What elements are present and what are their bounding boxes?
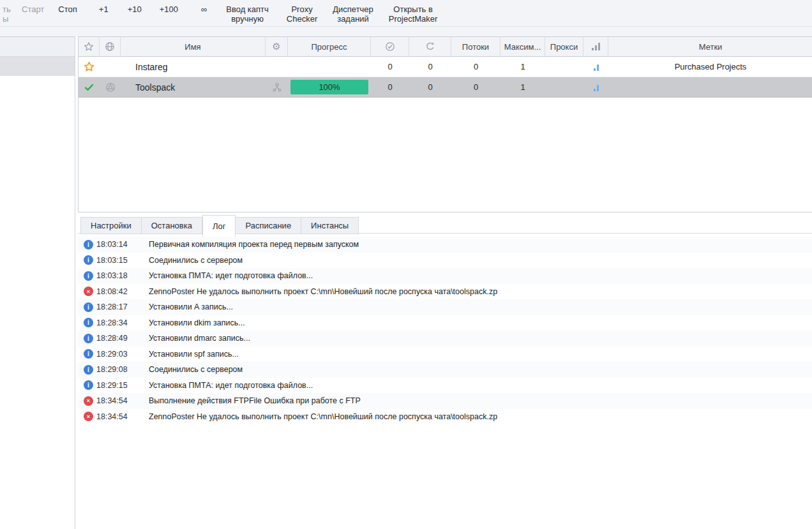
star-orange-icon — [84, 61, 94, 72]
cell-settings — [266, 57, 288, 77]
cell-proxy — [545, 57, 583, 77]
column-header-stats[interactable] — [583, 37, 608, 56]
log-message: Установка ПМТА: идет подготовка файлов..… — [149, 381, 313, 390]
group-list-header[interactable] — [0, 37, 75, 57]
log-panel: i18:03:14Первичная компиляция проекта пе… — [78, 237, 812, 529]
log-time: 18:08:42 — [96, 287, 149, 296]
info-icon: i — [84, 365, 93, 375]
log-row[interactable]: i18:03:14Первичная компиляция проекта пе… — [78, 237, 812, 253]
cell-favorite — [79, 77, 100, 97]
log-row[interactable]: ×18:34:54ZennoPoster Не удалось выполнит… — [78, 409, 812, 425]
tabs-container: НастройкиОстановкаЛогРасписаниеИнстансы — [80, 215, 359, 237]
log-time: 18:03:15 — [96, 256, 149, 265]
column-header-label: Потоки — [462, 42, 489, 52]
log-row[interactable]: i18:29:15Установка ПМТА: идет подготовка… — [78, 378, 812, 394]
log-row[interactable]: i18:03:18Установка ПМТА: идет подготовка… — [78, 268, 812, 284]
project-row-toolspack[interactable]: Toolspack100%0001 — [79, 77, 812, 98]
refresh-icon — [425, 41, 435, 52]
column-header-name[interactable]: Имя — [121, 37, 266, 56]
column-header-labels[interactable]: Метки — [608, 37, 812, 56]
column-header-progress[interactable]: Прогресс — [288, 37, 371, 56]
cell-proxy — [545, 77, 583, 97]
log-row[interactable]: ×18:34:54Выполнение действия FTPFile Оши… — [78, 393, 812, 409]
cell-type — [100, 57, 121, 77]
log-time: 18:28:17 — [96, 302, 149, 311]
tab-инстансы[interactable]: Инстансы — [301, 217, 359, 234]
toolbar-clipped-left-button[interactable]: тьы — [0, 3, 11, 25]
column-header-settings[interactable]: ⚙ — [266, 37, 288, 56]
cell-max: 1 — [500, 77, 545, 97]
toolbar-open-in-projectmaker-button[interactable]: Открыть вProjectMaker — [386, 3, 440, 25]
gear-icon: ⚙ — [272, 41, 280, 52]
bottom-tabstrip: НастройкиОстановкаЛогРасписаниеИнстансы — [78, 214, 812, 235]
column-header-max[interactable]: Максим... — [500, 37, 545, 56]
projects-table-header: Имя⚙ПрогрессПотокиМаксим...ПроксиМетки — [79, 37, 812, 57]
tab-расписание[interactable]: Расписание — [236, 217, 301, 234]
tab-остановка[interactable]: Остановка — [142, 217, 202, 234]
branch-icon — [272, 82, 282, 93]
toolbar-start-button[interactable]: Старт — [19, 3, 47, 15]
tab-настройки[interactable]: Настройки — [80, 217, 142, 234]
group-list-panel — [0, 36, 75, 529]
cell-progress — [288, 57, 371, 77]
cell-stats — [583, 77, 608, 97]
toolbar-plus-100-button[interactable]: +100 — [157, 3, 181, 15]
column-header-type[interactable] — [100, 37, 121, 56]
toolbar-task-manager-button[interactable]: Диспетчерзаданий — [330, 3, 376, 25]
log-message: ZennoPoster Не удалось выполнить проект … — [149, 412, 497, 421]
log-row[interactable]: i18:29:03Установили spf запись... — [78, 346, 812, 362]
log-row[interactable]: i18:03:15Соединились с сервером — [78, 253, 812, 269]
column-header-success[interactable] — [371, 37, 409, 56]
log-message: Установили dkim запись... — [149, 318, 245, 327]
log-message: ZennoPoster Не удалось выполнить проект … — [149, 287, 497, 296]
column-header-proxy[interactable]: Прокси — [545, 37, 583, 56]
toolbar-manual-captcha-button[interactable]: Ввод каптчвручную — [223, 3, 271, 25]
column-header-retries[interactable] — [409, 37, 451, 56]
log-time: 18:29:03 — [96, 350, 149, 359]
log-row[interactable]: ×18:08:42ZennoPoster Не удалось выполнит… — [78, 284, 812, 300]
cell-name: Instareg — [121, 57, 266, 77]
cell-settings — [266, 77, 288, 97]
cell-favorite — [79, 57, 100, 77]
column-header-label: Метки — [699, 42, 723, 52]
log-time: 18:29:15 — [96, 381, 149, 390]
info-icon: i — [84, 380, 93, 390]
column-header-threads[interactable]: Потоки — [451, 37, 500, 56]
log-time: 18:34:54 — [96, 412, 149, 421]
project-row-instareg[interactable]: Instareg0001Purchased Projects — [79, 57, 812, 77]
cell-progress: 100% — [288, 77, 371, 97]
log-row[interactable]: i18:28:17Установили A запись... — [78, 299, 812, 315]
info-icon: i — [84, 271, 93, 281]
projects-table: Имя⚙ПрогрессПотокиМаксим...ПроксиМетки I… — [78, 36, 812, 212]
group-list-selected-row[interactable] — [0, 57, 75, 76]
tab-лог[interactable]: Лог — [202, 215, 236, 237]
log-message: Установили spf запись... — [149, 350, 239, 359]
bar-chart-blue-icon — [594, 84, 599, 91]
cell-labels: Purchased Projects — [608, 57, 812, 77]
cell-stats — [583, 57, 608, 77]
projects-table-body: Instareg0001Purchased ProjectsToolspack1… — [79, 57, 812, 98]
log-message: Установили dmarc запись... — [149, 334, 250, 343]
info-icon: i — [84, 302, 93, 312]
toolbar-proxy-checker-button[interactable]: ProxyChecker — [284, 3, 320, 25]
chrome-icon — [105, 82, 116, 93]
log-row[interactable]: i18:29:08Соединились с сервером — [78, 362, 812, 378]
bar-chart-gray-icon — [592, 43, 600, 50]
info-icon: i — [84, 255, 93, 265]
toolbar-stop-button[interactable]: Стоп — [56, 3, 79, 15]
log-time: 18:29:08 — [96, 365, 149, 374]
log-message: Соединились с сервером — [149, 256, 243, 265]
toolbar-plus-1-button[interactable]: +1 — [96, 3, 111, 15]
log-row[interactable]: i18:28:49Установили dmarc запись... — [78, 331, 812, 346]
star-icon — [84, 41, 94, 52]
toolbar-buttons-row: тьыСтартСтоп+1+10+100∞Ввод каптчвручнуюP… — [0, 0, 812, 27]
error-icon: × — [84, 287, 93, 296]
column-header-label: Имя — [184, 42, 200, 52]
column-header-favorite[interactable] — [79, 37, 100, 56]
toolbar-infinity-button[interactable]: ∞ — [199, 3, 209, 15]
log-time: 18:03:18 — [96, 271, 149, 280]
log-message: Установили A запись... — [149, 302, 233, 311]
info-icon: i — [84, 240, 93, 250]
log-row[interactable]: i18:28:34Установили dkim запись... — [78, 315, 812, 331]
toolbar-plus-10-button[interactable]: +10 — [125, 3, 144, 15]
